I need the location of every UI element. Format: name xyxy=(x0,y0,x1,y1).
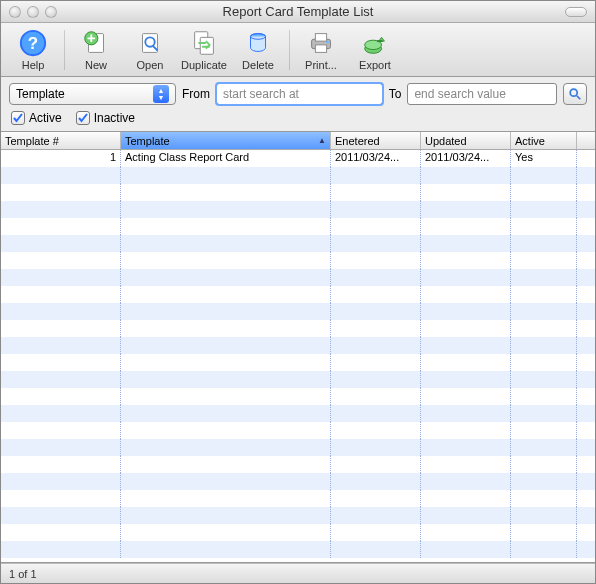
table-cell xyxy=(511,167,577,184)
table: Template # Template▲ Enetered Updated Ac… xyxy=(1,131,595,563)
table-row xyxy=(1,337,595,354)
table-cell xyxy=(121,456,331,473)
table-cell xyxy=(511,303,577,320)
help-button[interactable]: ? Help xyxy=(7,25,59,75)
table-cell xyxy=(331,303,421,320)
toolbar: ? Help New Open Duplicate xyxy=(1,23,595,77)
table-cell xyxy=(511,337,577,354)
table-cell xyxy=(121,405,331,422)
table-cell xyxy=(331,473,421,490)
table-row xyxy=(1,507,595,524)
table-cell xyxy=(421,524,511,541)
table-cell xyxy=(331,286,421,303)
search-from-input[interactable] xyxy=(216,83,383,105)
table-row xyxy=(1,167,595,184)
checkbox-icon xyxy=(76,111,90,125)
column-header-entered[interactable]: Enetered xyxy=(331,132,421,149)
table-cell xyxy=(1,354,121,371)
table-cell xyxy=(1,218,121,235)
close-window-button[interactable] xyxy=(9,6,21,18)
table-cell: 2011/03/24... xyxy=(421,150,511,167)
table-cell xyxy=(121,473,331,490)
table-cell xyxy=(331,371,421,388)
column-header-template[interactable]: Template▲ xyxy=(121,132,331,149)
table-header: Template # Template▲ Enetered Updated Ac… xyxy=(1,132,595,150)
table-cell xyxy=(1,524,121,541)
export-button[interactable]: Export xyxy=(349,25,401,75)
table-cell xyxy=(421,473,511,490)
table-cell xyxy=(1,456,121,473)
table-cell xyxy=(421,235,511,252)
table-cell xyxy=(331,524,421,541)
table-cell xyxy=(511,320,577,337)
table-cell xyxy=(421,541,511,558)
table-cell xyxy=(1,201,121,218)
table-cell xyxy=(331,201,421,218)
table-cell xyxy=(421,320,511,337)
search-field-combo[interactable]: Template ▲▼ xyxy=(9,83,176,105)
print-button[interactable]: Print... xyxy=(295,25,347,75)
table-cell xyxy=(511,235,577,252)
table-cell xyxy=(511,524,577,541)
table-row xyxy=(1,269,595,286)
table-row xyxy=(1,252,595,269)
open-button[interactable]: Open xyxy=(124,25,176,75)
magnifier-icon xyxy=(568,87,582,101)
table-cell xyxy=(511,439,577,456)
column-header-updated[interactable]: Updated xyxy=(421,132,511,149)
table-row xyxy=(1,388,595,405)
table-cell xyxy=(331,354,421,371)
table-cell xyxy=(511,388,577,405)
table-cell xyxy=(1,507,121,524)
table-cell xyxy=(331,320,421,337)
open-label: Open xyxy=(137,59,164,71)
column-header-active[interactable]: Active xyxy=(511,132,577,149)
toolbar-separator xyxy=(64,30,65,70)
table-cell xyxy=(421,167,511,184)
export-label: Export xyxy=(359,59,391,71)
table-cell xyxy=(421,269,511,286)
resize-pill-icon[interactable] xyxy=(565,7,587,17)
table-cell xyxy=(421,490,511,507)
table-cell xyxy=(1,490,121,507)
table-cell xyxy=(121,235,331,252)
new-button[interactable]: New xyxy=(70,25,122,75)
table-cell xyxy=(511,456,577,473)
duplicate-label: Duplicate xyxy=(181,59,227,71)
table-cell xyxy=(421,405,511,422)
table-row xyxy=(1,371,595,388)
duplicate-button[interactable]: Duplicate xyxy=(178,25,230,75)
table-cell xyxy=(121,354,331,371)
table-cell: 2011/03/24... xyxy=(331,150,421,167)
minimize-window-button[interactable] xyxy=(27,6,39,18)
inactive-checkbox[interactable]: Inactive xyxy=(76,111,135,125)
table-cell xyxy=(1,252,121,269)
table-cell xyxy=(331,490,421,507)
table-cell xyxy=(1,269,121,286)
delete-button[interactable]: Delete xyxy=(232,25,284,75)
table-cell xyxy=(121,320,331,337)
search-to-input[interactable] xyxy=(407,83,557,105)
table-cell xyxy=(1,320,121,337)
table-cell xyxy=(1,286,121,303)
table-cell xyxy=(1,371,121,388)
table-cell xyxy=(421,184,511,201)
search-go-button[interactable] xyxy=(563,83,587,105)
table-cell xyxy=(421,337,511,354)
table-cell xyxy=(1,167,121,184)
combo-arrows-icon: ▲▼ xyxy=(153,85,169,103)
table-cell xyxy=(121,269,331,286)
zoom-window-button[interactable] xyxy=(45,6,57,18)
open-icon xyxy=(135,28,165,58)
table-cell xyxy=(421,456,511,473)
table-cell xyxy=(511,507,577,524)
column-header-template-no[interactable]: Template # xyxy=(1,132,121,149)
active-checkbox[interactable]: Active xyxy=(11,111,62,125)
print-label: Print... xyxy=(305,59,337,71)
table-row xyxy=(1,354,595,371)
table-row[interactable]: 1Acting Class Report Card2011/03/24...20… xyxy=(1,150,595,167)
table-cell xyxy=(331,218,421,235)
table-cell xyxy=(121,541,331,558)
table-cell xyxy=(511,184,577,201)
table-cell xyxy=(421,252,511,269)
